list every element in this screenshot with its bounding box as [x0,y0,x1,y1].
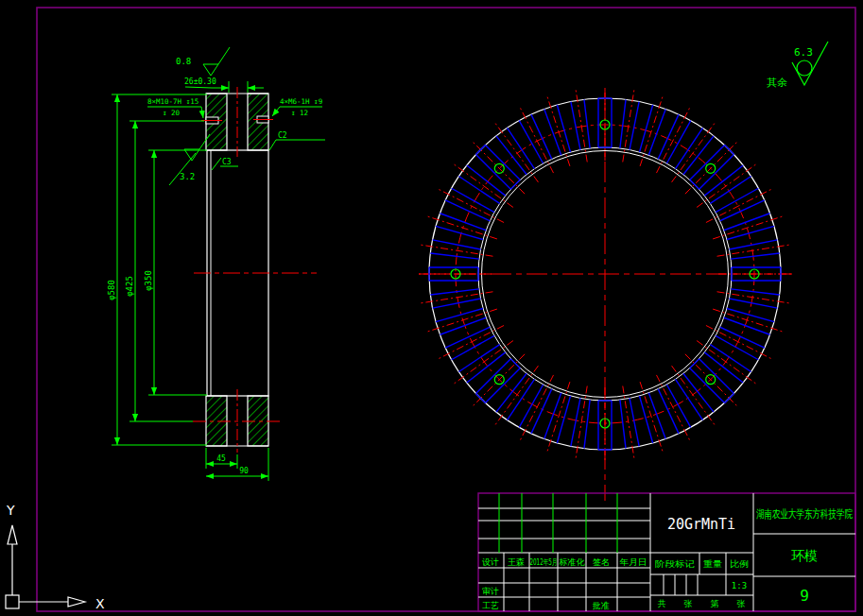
surface-finish-channel-value: 0.8 [176,57,191,66]
chamfer-outer-callout: C2 [269,131,325,150]
audit-label: 审计 [482,587,499,596]
ucs-y-arrow-icon [8,525,17,544]
surface-finish-bore-value: 3.2 [180,172,195,181]
dim-half-width-label: 45 [216,454,226,463]
ring-view [418,87,792,501]
standardization-label: 标准化 [559,557,586,567]
thread-callout-left: 8×M10-7H ↧15 ↧ 20 [147,97,203,118]
dim-mid-diameter: φ425 [125,121,204,421]
ucs-origin-box [6,595,19,608]
cad-canvas: φ580 φ425 φ350 26±0.30 [0,0,863,616]
ucs-x-arrow-icon [68,597,85,607]
surface-finish-general: 6.3 其余 [767,42,828,89]
sheet-zhang2: 张 [737,599,746,608]
scale-value: 1:3 [732,581,747,590]
dim-channel-width: 26±0.30 [184,77,264,93]
weight-label: 重量 [703,559,722,569]
stage-mark-label: 阶段标记 [655,559,695,569]
dim-channel-width-label: 26±0.30 [184,77,216,86]
date-header-label: 年月日 [620,557,647,567]
thread-right-line2: ↧ 12 [291,109,308,117]
surface-finish-bore: 3.2 [169,134,210,185]
sheet-zhang1: 张 [684,599,693,608]
dim-outer-diameter-label: φ580 [107,280,116,300]
chamfer-channel-callout: C3 [212,158,238,170]
dim-full-width-label: 90 [239,467,249,475]
designer-name: 王森 [508,557,525,567]
ucs-icon: Y X [6,503,105,611]
thread-callout-right: 4×M6-1H ↧9 ↧ 12 [272,97,322,117]
dim-mid-diameter-label: φ425 [125,276,134,297]
surface-finish-general-note: 其余 [767,77,787,89]
design-date: 2012年5月 [530,557,558,567]
dim-outer-diameter: φ580 [107,94,207,445]
approve-label: 批准 [592,601,610,610]
ucs-x-label: X [95,596,105,611]
thread-left-line1: 8×M10-7H ↧15 [147,97,198,106]
signature-label: 签名 [593,557,610,567]
material-value: 20GrMnTi [667,516,735,533]
surface-finish-general-value: 6.3 [794,46,813,59]
thread-right-line1: 4×M6-1H ↧9 [280,97,322,106]
sheet-index-label: 第 [711,599,719,608]
part-name: 环模 [791,548,818,563]
dim-half-width: 45 [206,448,237,469]
chamfer-channel-label: C3 [222,158,232,166]
scale-label: 比例 [730,559,749,569]
thread-left-line2: ↧ 20 [163,109,181,117]
dim-bore-diameter-label: φ350 [144,270,153,291]
section-view: φ580 φ425 φ350 26±0.30 [107,47,325,481]
title-block: 设计 王森 2012年5月 标准化 签名 年月日 审计 工艺 批准 20GrMn… [478,493,855,611]
design-label: 设计 [482,557,499,567]
ucs-y-label: Y [6,503,15,518]
sheet-total-label: 共 [658,599,666,608]
school-name: 湖南农业大学东方科技学院 [756,507,853,521]
surface-finish-channel: 0.8 [176,47,230,76]
sheet-number: 9 [800,587,809,605]
process-label: 工艺 [482,601,499,610]
chamfer-outer-label: C2 [278,131,287,140]
